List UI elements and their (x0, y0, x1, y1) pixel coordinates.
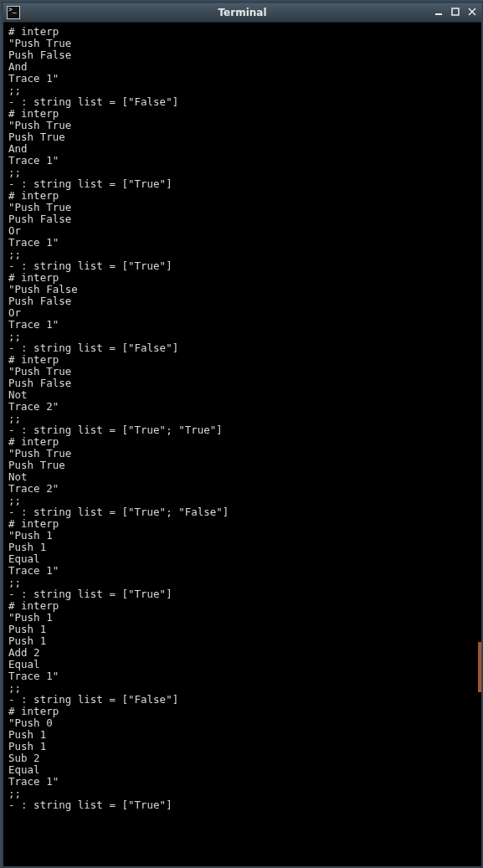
terminal-line: - : string list = ["True"; "False"] (8, 506, 476, 518)
terminal-line: Equal (8, 659, 476, 670)
terminal-line: - : string list = ["False"] (8, 96, 476, 108)
terminal-output[interactable]: # interp"Push TruePush FalseAndTrace 1";… (3, 23, 481, 866)
terminal-line: ;; (8, 577, 476, 588)
terminal-line: Trace 1" (8, 155, 476, 167)
terminal-line: Trace 1" (8, 237, 476, 249)
terminal-icon (7, 6, 20, 19)
terminal-line: - : string list = ["True"] (8, 178, 476, 190)
terminal-line: ;; (8, 331, 476, 342)
terminal-line: # interp (8, 26, 476, 38)
terminal-line: Equal (8, 764, 476, 776)
terminal-line: # interp (8, 436, 476, 448)
terminal-line: "Push True (8, 366, 476, 378)
terminal-line: "Push True (8, 448, 476, 460)
terminal-line: Push False (8, 49, 476, 61)
window-controls (432, 5, 479, 18)
terminal-line: Sub 2 (8, 752, 476, 764)
terminal-line: - : string list = ["True"] (8, 260, 476, 272)
terminal-line: Trace 1" (8, 776, 476, 788)
terminal-line: ;; (8, 495, 476, 506)
terminal-line: - : string list = ["True"] (8, 588, 476, 600)
terminal-line: - : string list = ["False"] (8, 694, 476, 706)
terminal-line: "Push 1 (8, 612, 476, 624)
terminal-line: # interp (8, 600, 476, 612)
terminal-line: # interp (8, 108, 476, 120)
maximize-button[interactable] (449, 5, 462, 18)
terminal-line: Trace 2" (8, 401, 476, 413)
terminal-line: And (8, 61, 476, 73)
terminal-line: Equal (8, 553, 476, 565)
titlebar[interactable]: Terminal (3, 3, 481, 23)
terminal-line: Push 1 (8, 741, 476, 752)
terminal-line: "Push True (8, 120, 476, 131)
terminal-line: ;; (8, 249, 476, 260)
svg-rect-1 (452, 8, 459, 15)
terminal-line: "Push True (8, 202, 476, 213)
terminal-line: Add 2 (8, 647, 476, 659)
terminal-line: Push 1 (8, 542, 476, 553)
scrollbar-thumb[interactable] (478, 642, 481, 692)
terminal-line: Trace 1" (8, 73, 476, 85)
terminal-line: Trace 2" (8, 483, 476, 495)
terminal-line: Push 1 (8, 729, 476, 741)
terminal-line: Not (8, 471, 476, 483)
minimize-button[interactable] (432, 5, 445, 18)
terminal-line: ;; (8, 167, 476, 178)
close-button[interactable] (465, 5, 479, 18)
terminal-line: Or (8, 225, 476, 237)
terminal-line: Push False (8, 378, 476, 389)
terminal-line: "Push 0 (8, 717, 476, 729)
terminal-line: - : string list = ["True"] (8, 799, 476, 811)
terminal-line: # interp (8, 518, 476, 530)
svg-rect-0 (435, 13, 442, 15)
terminal-line: - : string list = ["False"] (8, 342, 476, 354)
terminal-line: ;; (8, 413, 476, 424)
terminal-line: # interp (8, 354, 476, 366)
terminal-line: # interp (8, 190, 476, 202)
terminal-line: ;; (8, 788, 476, 799)
terminal-line: - : string list = ["True"; "True"] (8, 424, 476, 436)
terminal-line: Push 1 (8, 624, 476, 635)
terminal-line: Not (8, 389, 476, 401)
terminal-line: Or (8, 307, 476, 319)
terminal-line: # interp (8, 272, 476, 284)
window-title: Terminal (3, 7, 481, 18)
terminal-line: And (8, 143, 476, 155)
terminal-line: Push False (8, 295, 476, 307)
terminal-line: "Push True (8, 38, 476, 49)
terminal-line: Push 1 (8, 635, 476, 647)
terminal-line: ;; (8, 85, 476, 96)
terminal-line: # interp (8, 706, 476, 717)
terminal-line: Trace 1" (8, 319, 476, 331)
terminal-line: Push False (8, 213, 476, 225)
terminal-line: Trace 1" (8, 670, 476, 682)
terminal-line: ;; (8, 682, 476, 694)
terminal-window: Terminal # interp"Push TruePush FalseAnd… (3, 3, 482, 867)
terminal-line: "Push 1 (8, 530, 476, 542)
terminal-line: Trace 1" (8, 565, 476, 577)
terminal-line: Push True (8, 460, 476, 471)
terminal-line: "Push False (8, 284, 476, 295)
terminal-line: Push True (8, 131, 476, 143)
